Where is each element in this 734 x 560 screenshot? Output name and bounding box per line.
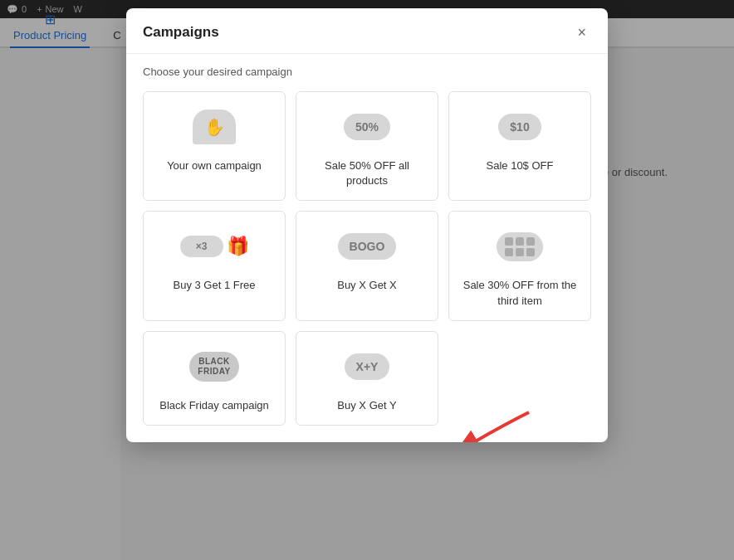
- modal-title: Campaigns: [143, 24, 219, 41]
- campaign-card-own[interactable]: ✋ Your own campaign: [143, 91, 286, 201]
- campaign-card-buyxgety[interactable]: X+Y Buy X Get Y: [296, 331, 438, 426]
- bogo-label: Buy X Get X: [337, 278, 397, 293]
- xy-badge: X+Y: [345, 353, 390, 380]
- blackfriday-icon-wrap: BLACK FRIDAY: [184, 345, 244, 388]
- buy3-times-badge: ×3: [180, 236, 223, 257]
- modal-close-button[interactable]: ×: [572, 23, 591, 41]
- sale50-icon-wrap: 50%: [337, 105, 397, 149]
- sale10-label: Sale 10$ OFF: [487, 158, 554, 173]
- gift-icon: 🎁: [227, 236, 249, 257]
- campaign-grid: ✋ Your own campaign 50% Sale 50% OFF all…: [126, 86, 608, 442]
- blackfriday-icon: BLACK FRIDAY: [189, 352, 238, 382]
- campaign-card-blackfriday[interactable]: BLACK FRIDAY Black Friday campaign: [143, 331, 286, 426]
- buyxgety-icon-wrap: X+Y: [337, 345, 397, 388]
- buy3-label: Buy 3 Get 1 Free: [174, 278, 256, 293]
- sale30-icon-wrap: [490, 225, 550, 268]
- sale10-badge: $10: [498, 114, 541, 140]
- modal-subtitle: Choose your desired campaign: [126, 54, 608, 86]
- sale50-label: Sale 50% OFF all products: [306, 158, 428, 188]
- bogo-icon-wrap: BOGO: [337, 225, 397, 268]
- campaign-card-sale10[interactable]: $10 Sale 10$ OFF: [448, 91, 591, 201]
- arrow-annotation: [429, 404, 537, 442]
- buyxgety-label: Buy X Get Y: [337, 398, 396, 413]
- own-campaign-label: Your own campaign: [167, 158, 262, 173]
- grid-icon: [497, 232, 543, 261]
- campaign-card-sale30[interactable]: Sale 30% OFF from the third item: [448, 211, 591, 320]
- buy3-icon-wrap: ×3 🎁: [184, 225, 244, 268]
- campaigns-modal: Campaigns × Choose your desired campaign…: [126, 8, 608, 442]
- sale10-icon-wrap: $10: [490, 105, 550, 149]
- buy3-icon: ×3 🎁: [180, 236, 249, 257]
- campaign-card-buy3[interactable]: ×3 🎁 Buy 3 Get 1 Free: [143, 211, 286, 320]
- sale30-label: Sale 30% OFF from the third item: [459, 278, 580, 308]
- bogo-badge: BOGO: [338, 233, 397, 260]
- campaign-card-bogo[interactable]: BOGO Buy X Get X: [296, 211, 438, 320]
- campaign-card-sale50[interactable]: 50% Sale 50% OFF all products: [296, 91, 438, 201]
- own-campaign-icon-wrap: ✋: [184, 105, 244, 149]
- modal-overlay: Campaigns × Choose your desired campaign…: [0, 0, 734, 560]
- blackfriday-label: Black Friday campaign: [159, 398, 269, 413]
- hand-icon: ✋: [193, 110, 236, 144]
- sale50-badge: 50%: [344, 114, 390, 140]
- modal-header: Campaigns ×: [126, 8, 608, 54]
